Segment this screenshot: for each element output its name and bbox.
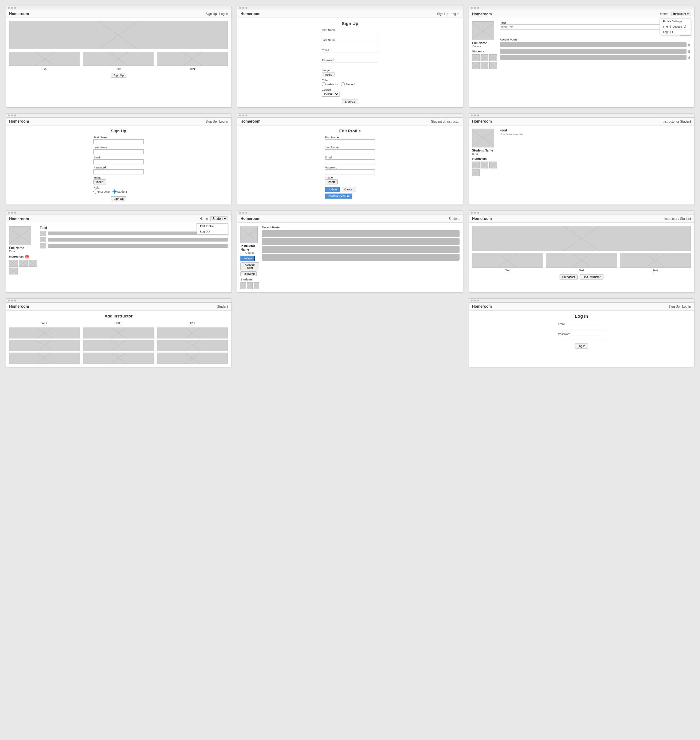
nav-brand-7: Homeroom [9,217,199,221]
nav-login-2[interactable]: Log In [451,12,460,16]
card-9-3: Text [620,254,691,272]
nav-home-7[interactable]: Home [199,217,208,221]
lastname-input[interactable] [322,42,378,47]
logout-item-3[interactable]: Log Out [660,29,691,35]
nav-login-11[interactable]: Log In [682,305,691,308]
instructor-dropdown-btn[interactable]: Instructor ▾ [671,12,691,16]
insert-image-btn-5[interactable]: Insert [325,180,338,184]
nav-links-3: Home [660,12,669,16]
delete-icon-3[interactable]: 🗑 [688,56,691,59]
email-input-4[interactable] [93,159,144,164]
instructor-card-8: Instructor Name Course Follow Request Se… [240,226,459,289]
role-student-label[interactable]: Student [341,82,355,86]
role-instructor-label[interactable]: Instructor [322,82,338,86]
lastname-input-5[interactable] [325,149,375,154]
image-group-5: Image Insert [325,176,375,184]
post-item-3: 🗑 [500,55,691,60]
nav-brand-5: Homeroom [240,119,431,124]
login-form: Email Password Log In [558,323,605,348]
nav-signup-11[interactable]: Sign Up [669,305,680,308]
image-group: Image Insert [322,69,378,77]
instructor-thumb-7-2 [19,260,28,267]
cancel-btn[interactable]: Cancel [342,187,356,192]
profile-email-7: Email [9,250,37,253]
nav-signup-4[interactable]: Sign Up [206,120,217,123]
student-dropdown-btn[interactable]: Student ▾ [210,217,228,221]
friend-requests-item[interactable]: Friend requests(0) [660,24,691,29]
role-instructor-label-4[interactable]: Instructor [93,189,110,193]
recent-posts-label-3: Recent Posts [500,38,691,41]
nav-label-5: Student or Instructor [431,120,460,123]
lastname-input-4[interactable] [93,149,144,154]
insert-image-btn[interactable]: Insert [322,72,334,77]
instructor-img-wdi-1[interactable] [9,327,80,339]
instructor-img-dsi-1[interactable] [157,327,228,339]
password-label-5: Password [325,166,375,169]
instructor-img-wdi-2[interactable] [9,340,80,351]
instructor-img-wdi-3[interactable] [9,352,80,364]
dot3 [246,7,247,9]
edit-profile-item[interactable]: Edit Profile [197,224,228,229]
role-instructor-radio-4[interactable] [93,189,97,193]
password-input-11[interactable] [558,336,605,341]
login-submit-btn[interactable]: Log In [575,343,588,348]
find-instructor-btn[interactable]: Find Instructor [579,274,603,280]
signup-submit-btn-4[interactable]: Sign Up [111,196,126,201]
firstname-input[interactable] [322,32,378,37]
instructor-img-dsi-3[interactable] [157,352,228,364]
password-input-5[interactable] [325,170,375,174]
update-btn[interactable]: Update [325,187,340,192]
firstname-group-4: First Name [93,136,144,144]
student-thumb-8-3 [254,282,259,289]
instructor-img-uxdi-2[interactable] [83,340,154,351]
screen-student-home: Homeroom Home Student ▾ Edit Profile Log… [6,211,231,293]
nav-login-4[interactable]: Log In [219,120,228,123]
card-img-3 [157,52,228,66]
signup-submit-btn[interactable]: Sign Up [342,99,358,104]
role-student-radio[interactable] [341,82,345,86]
firstname-input-4[interactable] [93,139,144,144]
profile-settings-item[interactable]: Profile Settings [660,19,691,24]
delete-icon-1[interactable]: 🗑 [688,43,691,47]
nav-signup-2[interactable]: Sign Up [437,12,448,16]
dot1 [471,7,473,9]
email-label-5: Email [325,156,375,159]
following-btn-8[interactable]: Following [240,271,257,276]
role-student-label-4[interactable]: Student [113,189,127,193]
follow-btn-8[interactable]: Follow [240,256,255,261]
password-input-4[interactable] [93,170,144,174]
nav-login-1[interactable]: Log In [219,12,228,16]
image-label-4: Image [93,176,144,179]
nav-home-3[interactable]: Home [660,12,669,16]
course-select[interactable]: Default [322,91,340,97]
instructor-img-uxdi-1[interactable] [83,327,154,339]
nav-7: Homeroom Home Student ▾ Edit Profile Log… [6,215,231,223]
request-sent-btn-8[interactable]: Request Sent [240,262,259,270]
nav-signup-1[interactable]: Sign Up [206,12,217,16]
role-student-radio-4[interactable] [113,189,117,193]
feed-label-6: Feed [500,128,691,132]
dot3 [477,115,479,116]
card-3: Text [157,52,228,70]
firstname-input-5[interactable] [325,139,375,144]
email-input-5[interactable] [325,159,375,164]
email-input-11[interactable] [558,326,605,331]
email-input[interactable] [322,52,378,57]
instructor-thumb-7-3 [28,260,37,267]
role-instructor-radio[interactable] [322,82,326,86]
nav-brand-2: Homeroom [240,12,437,16]
logout-item-7[interactable]: Log Out [197,229,228,234]
course-label: Course [322,88,378,91]
card-row-9: Text Text Text [472,254,691,272]
dot2 [474,212,476,214]
deactivate-btn[interactable]: Deactive Account [325,193,352,199]
student-email-6: Email [472,152,497,155]
instructor-img-uxdi-3[interactable] [83,352,154,364]
broadcast-btn[interactable]: Breedcast [560,274,578,280]
signup-button-1[interactable]: Sign Up [111,73,126,78]
instructor-img-dsi-2[interactable] [157,340,228,351]
feed-item-img-7-2 [40,237,46,242]
password-input[interactable] [322,62,378,67]
insert-image-btn-4[interactable]: Insert [93,180,106,184]
delete-icon-2[interactable]: 🗑 [688,50,691,53]
